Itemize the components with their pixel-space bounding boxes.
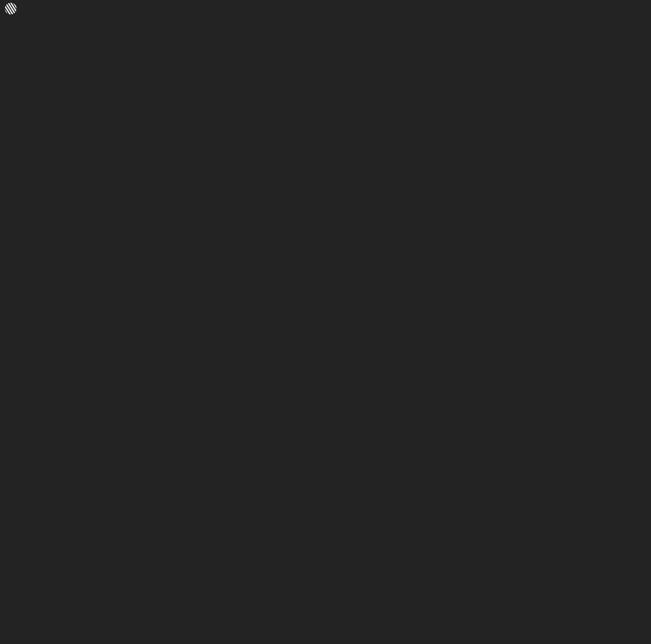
colorbar-gradient xyxy=(179,4,493,9)
spectrogram-page xyxy=(0,0,651,644)
footer-bar xyxy=(0,636,651,644)
header-bar xyxy=(5,2,22,15)
gfz-logo-icon xyxy=(5,2,17,15)
spectrogram-canvas xyxy=(0,0,651,644)
